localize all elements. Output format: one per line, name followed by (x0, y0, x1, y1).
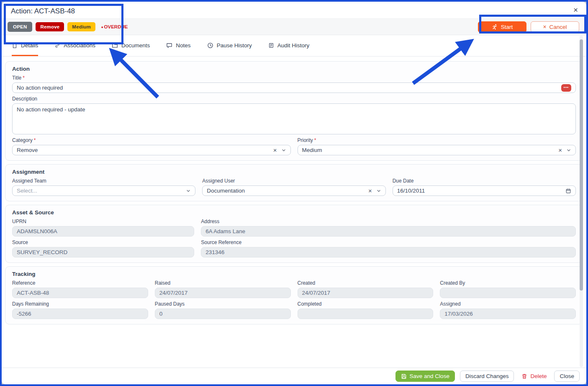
title-label: Title (12, 75, 21, 81)
priority-badge: Medium (67, 22, 95, 31)
paused-days-value: 0 (159, 311, 163, 317)
raised-value: 24/07/2017 (159, 290, 188, 296)
assigned-value: 17/03/2026 (444, 311, 473, 317)
category-field: Category* Remove × (9, 134, 294, 155)
assigned-user-field: Assigned User Documentation × (199, 175, 389, 196)
cancel-button[interactable]: × Cancel (531, 21, 579, 33)
required-marker: * (34, 137, 36, 143)
clear-icon[interactable]: × (368, 188, 372, 194)
created-input: 24/07/2017 (298, 288, 434, 298)
status-actions: Start × Cancel (478, 21, 579, 33)
completed-label: Completed (298, 301, 322, 307)
paused-days-field: Paused Days 0 (151, 298, 294, 319)
tab-audit-history[interactable]: Audit History (268, 35, 310, 56)
assigned-team-field: Assigned Team Select... (9, 175, 199, 196)
description-label: Description (12, 96, 37, 102)
category-label: Category (12, 137, 33, 143)
due-date-label: Due Date (393, 178, 414, 184)
assigned-label: Assigned (440, 301, 460, 307)
clear-icon[interactable]: × (558, 147, 562, 153)
tab-details[interactable]: Details (12, 35, 38, 56)
description-field: Description No action required - update (9, 96, 579, 134)
created-field: Created 24/07/2017 (294, 277, 437, 298)
save-and-close-button[interactable]: Save and Close (395, 371, 455, 382)
created-value: 24/07/2017 (302, 290, 331, 296)
uprn-field: UPRN ADAMSLN006A (9, 216, 198, 237)
status-badge-open: OPEN (8, 22, 32, 32)
completed-input (298, 309, 434, 319)
save-icon (401, 373, 407, 379)
scrollbar-thumb[interactable] (580, 39, 583, 291)
modal-header: Action: ACT-ASB-48 × (2, 2, 586, 18)
source-reference-value: 231346 (205, 249, 224, 255)
reference-field: Reference ACT-ASB-48 (9, 277, 151, 298)
badge-group: OPEN Remove Medium • OVERDUE (8, 22, 128, 32)
address-label: Address (201, 219, 219, 224)
tab-label: Notes (176, 42, 190, 49)
trash-icon (521, 373, 527, 379)
action-section: Action Title* No action required ••• Des… (5, 61, 583, 161)
tab-label: Pause History (217, 42, 252, 49)
chevron-down-icon[interactable] (376, 188, 381, 193)
tab-documents[interactable]: Documents (112, 35, 150, 56)
save-and-close-label: Save and Close (410, 373, 449, 379)
source-label: Source (12, 239, 28, 245)
paused-days-input: 0 (155, 309, 291, 319)
action-modal: Action: ACT-ASB-48 × OPEN Remove Medium … (2, 2, 586, 384)
category-badge: Remove (36, 22, 64, 31)
address-value: 6A Adams Lane (205, 228, 245, 234)
tab-label: Details (21, 42, 38, 49)
overdue-label: OVERDUE (104, 24, 128, 29)
runner-icon (492, 24, 498, 30)
uprn-input: ADAMSLN006A (12, 226, 194, 237)
priority-select[interactable]: Medium × (298, 145, 576, 155)
start-button[interactable]: Start (478, 21, 526, 33)
page-title: Action: ACT-ASB-48 (11, 5, 75, 15)
created-label: Created (298, 280, 316, 286)
tracking-section: Tracking Reference ACT-ASB-48 Raised 24/… (5, 266, 583, 324)
section-heading: Asset & Source (12, 209, 579, 216)
raised-input: 24/07/2017 (155, 288, 291, 298)
tab-associations[interactable]: Associations (54, 35, 95, 56)
clear-icon[interactable]: × (273, 147, 277, 153)
title-input[interactable]: No action required ••• (12, 82, 576, 93)
raised-field: Raised 24/07/2017 (151, 277, 294, 298)
days-remaining-input: -5266 (12, 309, 148, 319)
chevron-down-icon[interactable] (186, 188, 191, 193)
calendar-icon[interactable] (565, 188, 571, 194)
discard-changes-button[interactable]: Discard Changes (460, 371, 514, 382)
audit-list-icon (268, 42, 274, 49)
priority-label: Priority (298, 137, 313, 143)
address-input: 6A Adams Lane (201, 226, 576, 237)
category-select[interactable]: Remove × (12, 145, 291, 155)
ellipsis-icon: ••• (564, 85, 569, 90)
clock-icon (207, 42, 213, 49)
created-by-input (440, 288, 576, 298)
close-button[interactable]: Close (554, 371, 580, 382)
due-date-input[interactable]: 16/10/2011 (393, 185, 576, 196)
tab-notes[interactable]: Notes (166, 35, 190, 56)
document-icon (12, 42, 18, 49)
link-icon (54, 42, 60, 49)
days-remaining-field: Days Remaining -5266 (9, 298, 151, 319)
assigned-user-select[interactable]: Documentation × (202, 185, 385, 196)
title-more-options-button[interactable]: ••• (561, 84, 571, 92)
folder-icon (112, 42, 118, 49)
title-value: No action required (17, 85, 63, 91)
source-reference-input: 231346 (201, 247, 576, 257)
tab-label: Audit History (277, 42, 310, 49)
assigned-user-value: Documentation (207, 188, 245, 194)
tab-pause-history[interactable]: Pause History (207, 35, 252, 56)
delete-button[interactable]: Delete (519, 371, 549, 382)
assigned-team-placeholder: Select... (17, 188, 37, 194)
description-textarea[interactable]: No action required - update (12, 103, 576, 134)
chevron-down-icon[interactable] (281, 148, 286, 153)
close-icon[interactable]: × (573, 6, 578, 14)
chevron-down-icon[interactable] (566, 148, 571, 153)
uprn-label: UPRN (12, 219, 26, 224)
source-reference-field: Source Reference 231346 (198, 237, 579, 257)
assigned-field: Assigned 17/03/2026 (437, 298, 579, 319)
required-marker: * (23, 75, 25, 81)
section-heading: Action (12, 66, 579, 72)
assigned-team-select[interactable]: Select... (12, 185, 195, 196)
